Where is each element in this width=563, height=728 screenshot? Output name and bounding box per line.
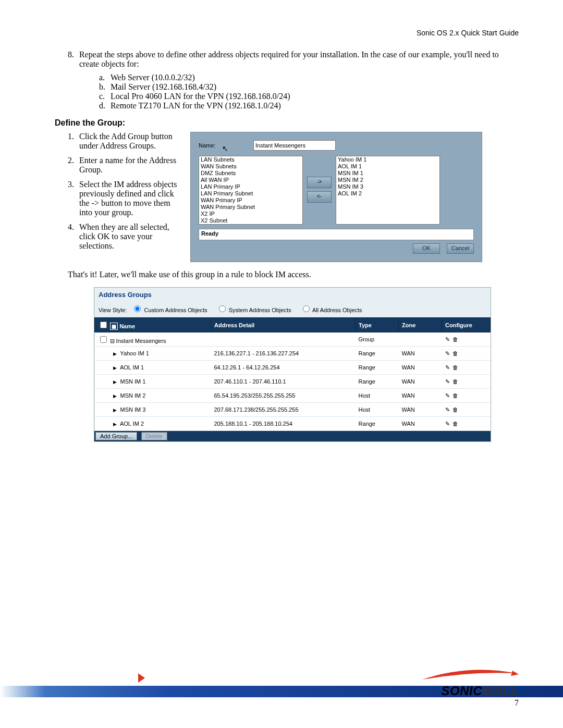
step-text: Repeat the steps above to define other a…	[79, 50, 519, 69]
move-left-button[interactable]: <-	[307, 191, 332, 203]
arrow-icon: ▶	[113, 408, 117, 413]
address-groups-panel: Address Groups View Style: Custom Addres…	[94, 287, 491, 442]
step-item: 3.Select the IM address objects previous…	[68, 180, 180, 217]
ok-button[interactable]: OK	[413, 243, 440, 254]
delete-button[interactable]: Delete	[141, 432, 167, 440]
delete-icon[interactable]: 🗑	[452, 364, 460, 371]
add-group-dialog: ↖ Name: LAN SubnetsWAN SubnetsDMZ Subnet…	[190, 132, 482, 262]
view-opt-custom[interactable]: Custom Address Objects	[131, 307, 207, 313]
table-row: ⊟ Instant MessengersGroup✎🗑	[95, 332, 491, 347]
arrow-icon: ▶	[113, 351, 117, 356]
table-row: ▶ AOL IM 164.12.26.1 - 64.12.26.254Range…	[95, 361, 491, 375]
list-item[interactable]: AOL IM 1	[336, 163, 439, 170]
delete-icon[interactable]: 🗑	[452, 350, 460, 356]
edit-icon[interactable]: ✎	[445, 421, 452, 427]
closing-paragraph: That's it! Later, we'll make use of this…	[68, 270, 519, 279]
sub-step: a.Web Server (10.0.0.2/32)	[99, 73, 519, 82]
list-item[interactable]: WAN Subnets	[199, 163, 302, 170]
col-name: Name	[119, 323, 135, 329]
section-heading: Define the Group:	[55, 118, 519, 128]
table-row: ▶ AOL IM 2205.188.10.1 - 205.188.10.254R…	[95, 417, 491, 431]
table-row: ▶ MSN IM 3207.68.171.238/255.255.255.255…	[95, 403, 491, 417]
move-right-button[interactable]: ->	[307, 177, 332, 188]
col-type: Type	[356, 318, 399, 332]
list-item[interactable]: AOL IM 2	[336, 190, 439, 197]
selected-list[interactable]: Yahoo IM 1AOL IM 1MSN IM 1MSN IM 2MSN IM…	[336, 156, 440, 225]
table-row: ▶ MSN IM 1207.46.110.1 - 207.46.110.1Ran…	[95, 375, 491, 389]
col-detail: Address Detail	[211, 318, 356, 332]
edit-icon[interactable]: ✎	[445, 336, 452, 343]
step-item: 2.Enter a name for the Address Group.	[68, 156, 180, 175]
delete-icon[interactable]: 🗑	[452, 392, 460, 399]
list-item[interactable]: MSN IM 1	[336, 170, 439, 177]
delete-icon[interactable]: 🗑	[452, 378, 460, 385]
panel-title: Address Groups	[94, 288, 491, 304]
col-configure: Configure	[442, 318, 491, 332]
edit-icon[interactable]: ✎	[445, 392, 452, 399]
view-style-row: View Style: Custom Address Objects Syste…	[94, 304, 491, 317]
page-number: 7	[515, 698, 519, 708]
edit-icon[interactable]: ✎	[445, 350, 452, 357]
arrow-icon: ▶	[113, 422, 117, 427]
triangle-icon	[138, 673, 145, 683]
list-item[interactable]: DMZ Subnets	[199, 170, 302, 177]
step-marker: 8.	[68, 50, 79, 69]
edit-icon[interactable]: ✎	[445, 406, 452, 413]
list-item[interactable]: WAN Primary IP	[199, 197, 302, 204]
col-zone: Zone	[399, 318, 442, 332]
list-item[interactable]: MSN IM 2	[336, 177, 439, 183]
edit-icon[interactable]: ✎	[445, 378, 452, 385]
table-row: ▶ MSN IM 265.54.195.253/255.255.255.255H…	[95, 389, 491, 403]
delete-icon[interactable]: 🗑	[452, 421, 460, 427]
sub-step: d.Remote TZ170 LAN for the VPN (192.168.…	[99, 101, 519, 110]
list-item[interactable]: X2 IP	[199, 211, 302, 217]
list-item[interactable]: LAN Subnets	[199, 156, 302, 163]
view-opt-all[interactable]: All Address Objects	[300, 307, 362, 313]
address-groups-table: ◼ Name Address Detail Type Zone Configur…	[94, 317, 491, 431]
step-item: 8. Repeat the steps above to define othe…	[68, 50, 519, 69]
sub-step: c.Local Pro 4060 LAN for the VPN (192.16…	[99, 92, 519, 101]
sonicwall-logo: SONICWALL	[420, 668, 519, 698]
delete-icon[interactable]: 🗑	[452, 336, 460, 342]
delete-icon[interactable]: 🗑	[452, 406, 460, 413]
status-bar: Ready	[199, 229, 474, 240]
sub-step: b.Mail Server (192.168.168.4/32)	[99, 82, 519, 92]
view-opt-system[interactable]: System Address Objects	[216, 307, 291, 313]
list-item[interactable]: WAN Primary Subnet	[199, 204, 302, 211]
list-item[interactable]: LAN Primary IP	[199, 183, 302, 190]
list-item[interactable]: MSN IM 3	[336, 183, 439, 190]
select-all-checkbox[interactable]	[100, 322, 107, 328]
edit-icon[interactable]: ✎	[445, 364, 452, 371]
step-item: 1.Click the Add Group button under Addre…	[68, 132, 180, 151]
table-row: ▶ Yahoo IM 1216.136.227.1 - 216.136.227.…	[95, 347, 491, 361]
view-style-label: View Style:	[99, 307, 127, 313]
list-item[interactable]: Yahoo IM 1	[336, 156, 439, 163]
document-header: Sonic OS 2.x Quick Start Guide	[44, 29, 519, 37]
step-item: 4.When they are all selected, click OK t…	[68, 223, 180, 251]
arrow-icon: ▶	[113, 365, 117, 371]
list-item[interactable]: All WAN IP	[199, 177, 302, 183]
group-name-input[interactable]	[253, 140, 336, 151]
cancel-button[interactable]: Cancel	[447, 243, 474, 254]
row-checkbox[interactable]	[100, 336, 107, 343]
collapse-icon[interactable]: ⊟	[110, 338, 115, 344]
arrow-icon: ▶	[113, 379, 117, 385]
list-item[interactable]: LAN Primary Subnet	[199, 190, 302, 197]
list-item[interactable]: X2 Subnet	[199, 217, 302, 224]
svg-marker-0	[511, 671, 519, 676]
cursor-icon: ↖	[222, 144, 228, 153]
add-group-button[interactable]: Add Group...	[95, 432, 137, 440]
arrow-icon: ▶	[113, 393, 117, 399]
available-list[interactable]: LAN SubnetsWAN SubnetsDMZ SubnetsAll WAN…	[199, 156, 303, 225]
